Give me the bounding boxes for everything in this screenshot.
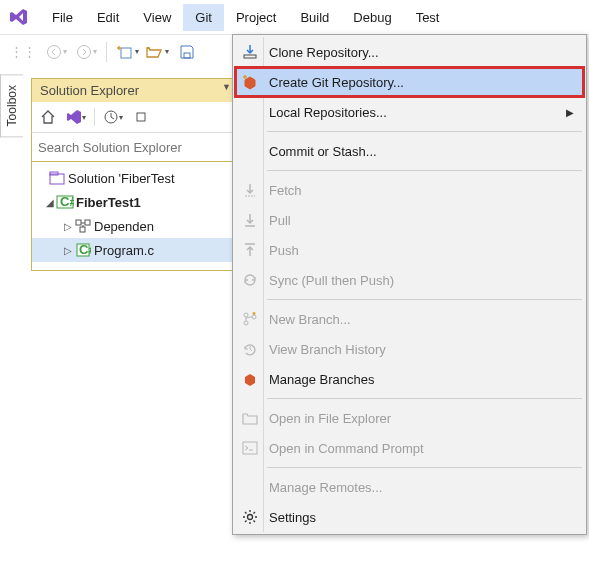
csharp-project-icon: C# <box>56 195 74 209</box>
menu-item-open-in-command-prompt: Open in Command Prompt <box>235 433 584 463</box>
svg-point-1 <box>77 45 90 58</box>
menu-separator <box>267 299 582 300</box>
menu-item-label: Local Repositories... <box>269 105 584 120</box>
tree-file-node[interactable]: ▷ C# Program.c <box>32 238 235 262</box>
tree-label: FiberTest1 <box>76 195 141 210</box>
tree-label: Program.c <box>94 243 154 258</box>
pull-icon <box>239 209 261 231</box>
menu-item-local-repositories[interactable]: Local Repositories...▶ <box>235 97 584 127</box>
switch-views-button[interactable]: ▾ <box>64 105 88 129</box>
expand-arrow-icon[interactable]: ▷ <box>62 221 74 232</box>
new-branch-icon <box>239 308 261 330</box>
grip-icon: ⋮⋮ <box>10 44 36 59</box>
menu-item-fetch: Fetch <box>235 175 584 205</box>
svg-rect-15 <box>244 55 256 58</box>
svg-point-20 <box>248 515 253 520</box>
menu-view[interactable]: View <box>131 4 183 31</box>
tree-dependencies-node[interactable]: ▷ Dependen <box>32 214 235 238</box>
prompt-icon <box>239 437 261 459</box>
sync-icon <box>239 269 261 291</box>
menubar: FileEditViewGitProjectBuildDebugTest <box>0 0 589 34</box>
svg-rect-19 <box>243 442 257 454</box>
open-button[interactable]: ▾ <box>143 38 171 66</box>
menu-item-label: Push <box>269 243 584 258</box>
local-repos-icon <box>239 101 261 123</box>
menu-item-settings[interactable]: Settings <box>235 502 584 532</box>
solution-search[interactable] <box>31 132 236 162</box>
menu-item-label: New Branch... <box>269 312 584 327</box>
expand-arrow-icon[interactable]: ▷ <box>62 245 74 256</box>
menu-item-label: Commit or Stash... <box>269 144 584 159</box>
commit-icon <box>239 140 261 162</box>
panel-dropdown-icon[interactable]: ▼ <box>222 82 231 92</box>
menu-item-commit-or-stash[interactable]: Commit or Stash... <box>235 136 584 166</box>
menu-item-label: Manage Remotes... <box>269 480 584 495</box>
tree-label: Solution 'FiberTest <box>68 171 175 186</box>
menu-item-label: Settings <box>269 510 584 525</box>
csharp-file-icon: C# <box>74 243 92 257</box>
nav-back-button[interactable]: ▾ <box>42 38 70 66</box>
solution-search-input[interactable] <box>32 140 235 155</box>
settings-icon <box>239 506 261 528</box>
fetch-icon <box>239 179 261 201</box>
git-menu-dropdown: Clone Repository...Create Git Repository… <box>232 34 587 535</box>
toolbar-separator <box>106 42 107 62</box>
toolbar-separator <box>94 108 95 126</box>
collapse-arrow-icon[interactable]: ◢ <box>44 197 56 208</box>
solution-explorer-title: Solution Explorer ▼ <box>31 78 236 102</box>
svg-text:C#: C# <box>79 243 91 257</box>
svg-rect-10 <box>76 220 81 225</box>
explorer-icon <box>239 407 261 429</box>
home-button[interactable] <box>36 105 60 129</box>
menu-separator <box>267 170 582 171</box>
dependencies-icon <box>74 219 92 233</box>
toolbox-tab[interactable]: Toolbox <box>0 74 23 137</box>
tree-project-node[interactable]: ◢ C# FiberTest1 <box>32 190 235 214</box>
menu-separator <box>267 131 582 132</box>
solution-explorer-toolbar: ▾ ▾ <box>31 102 236 132</box>
svg-rect-2 <box>121 48 131 58</box>
menu-item-label: Clone Repository... <box>269 45 584 60</box>
menu-project[interactable]: Project <box>224 4 288 31</box>
svg-text:C#: C# <box>60 195 74 209</box>
menu-test[interactable]: Test <box>404 4 452 31</box>
menu-debug[interactable]: Debug <box>341 4 403 31</box>
menu-build[interactable]: Build <box>288 4 341 31</box>
menu-edit[interactable]: Edit <box>85 4 131 31</box>
menu-item-create-git-repository[interactable]: Create Git Repository... <box>235 67 584 97</box>
menu-git[interactable]: Git <box>183 4 224 31</box>
svg-rect-3 <box>184 53 190 58</box>
menu-item-label: Pull <box>269 213 584 228</box>
menu-item-clone-repository[interactable]: Clone Repository... <box>235 37 584 67</box>
menu-item-view-branch-history: View Branch History <box>235 334 584 364</box>
menu-item-label: Open in File Explorer <box>269 411 584 426</box>
menu-item-label: View Branch History <box>269 342 584 357</box>
vs-logo <box>8 6 30 28</box>
menu-item-label: Open in Command Prompt <box>269 441 584 456</box>
menu-item-label: Create Git Repository... <box>269 75 584 90</box>
menu-file[interactable]: File <box>40 4 85 31</box>
svg-point-17 <box>244 321 248 325</box>
save-button[interactable] <box>173 38 201 66</box>
panel-title-text: Solution Explorer <box>40 83 139 98</box>
push-icon <box>239 239 261 261</box>
sync-button[interactable] <box>129 105 153 129</box>
menu-item-manage-branches[interactable]: Manage Branches <box>235 364 584 394</box>
nav-forward-button[interactable]: ▾ <box>72 38 100 66</box>
create-repo-icon <box>239 71 261 93</box>
svg-rect-12 <box>80 227 85 232</box>
menu-separator <box>267 398 582 399</box>
tree-label: Dependen <box>94 219 154 234</box>
svg-point-16 <box>244 313 248 317</box>
pending-changes-button[interactable]: ▾ <box>101 105 125 129</box>
new-item-button[interactable]: ▾ <box>113 38 141 66</box>
solution-explorer-panel: Solution Explorer ▼ ▾ ▾ Solution 'FiberT… <box>31 78 236 586</box>
menu-item-open-in-file-explorer: Open in File Explorer <box>235 403 584 433</box>
menu-item-pull: Pull <box>235 205 584 235</box>
clone-icon <box>239 41 261 63</box>
submenu-arrow-icon: ▶ <box>566 107 574 118</box>
remotes-icon <box>239 476 261 498</box>
menu-item-label: Sync (Pull then Push) <box>269 273 584 288</box>
tree-solution-node[interactable]: Solution 'FiberTest <box>32 166 235 190</box>
solution-icon <box>48 171 66 185</box>
